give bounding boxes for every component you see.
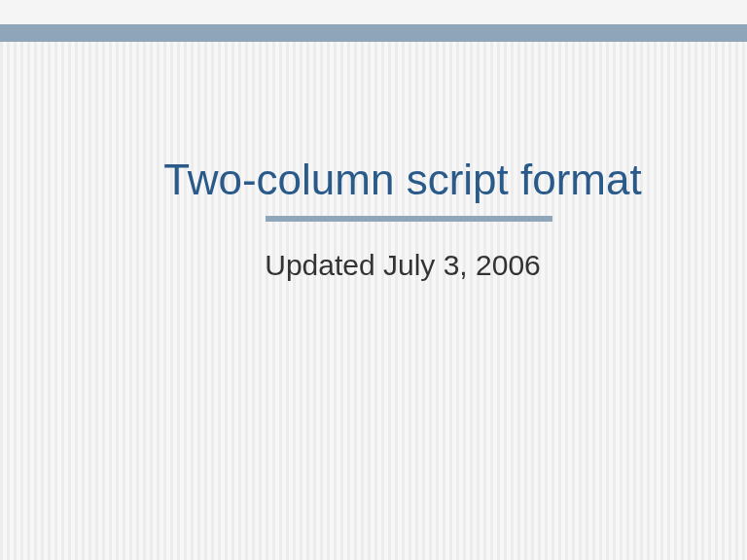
slide-title: Two-column script format bbox=[0, 156, 747, 204]
title-underline bbox=[266, 216, 552, 222]
slide-content: Two-column script format Updated July 3,… bbox=[0, 0, 747, 560]
slide-subtitle: Updated July 3, 2006 bbox=[0, 249, 747, 282]
